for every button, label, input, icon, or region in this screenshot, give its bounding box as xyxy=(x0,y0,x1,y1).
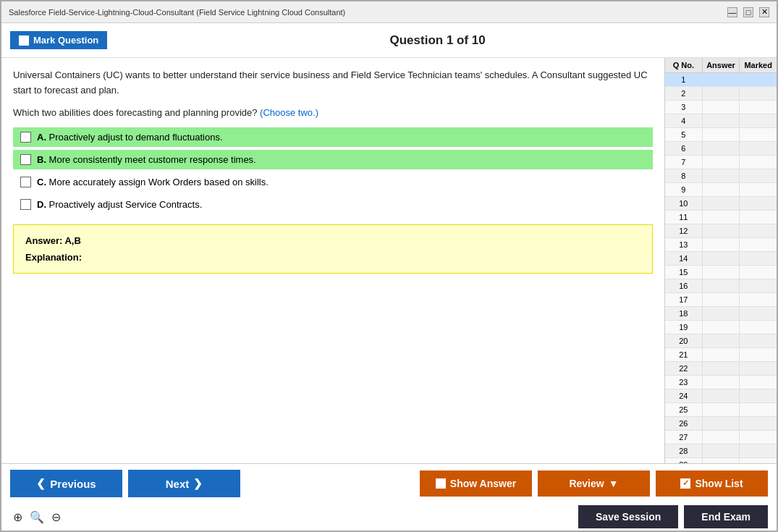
sidebar-cell-answer xyxy=(703,156,740,169)
mark-question-button[interactable]: Mark Question xyxy=(10,31,107,49)
sidebar-row[interactable]: 4 xyxy=(665,114,777,128)
sidebar-row[interactable]: 23 xyxy=(665,376,777,389)
question-title: Question 1 of 10 xyxy=(107,33,768,48)
show-answer-checkbox-icon xyxy=(436,478,446,489)
sidebar-row[interactable]: 12 xyxy=(665,224,777,238)
explanation-label: Explanation: xyxy=(25,252,640,263)
sidebar-cell-answer xyxy=(703,279,740,292)
sidebar-row[interactable]: 5 xyxy=(665,128,777,142)
sidebar-row[interactable]: 1 xyxy=(665,73,777,87)
sidebar: Q No. Answer Marked 1 2 3 4 5 6 7 8 xyxy=(664,58,777,463)
review-button[interactable]: Review ▼ xyxy=(538,470,650,497)
sidebar-cell-num: 26 xyxy=(665,417,703,430)
sidebar-cell-num: 7 xyxy=(665,156,703,169)
sidebar-cell-marked xyxy=(740,279,777,292)
sidebar-cell-marked xyxy=(740,307,777,320)
sidebar-header: Q No. Answer Marked xyxy=(665,58,777,73)
sidebar-cell-num: 2 xyxy=(665,87,703,100)
option-b-checkbox[interactable] xyxy=(20,154,31,165)
sidebar-cell-num: 9 xyxy=(665,183,703,196)
sidebar-cell-answer xyxy=(703,183,740,196)
zoom-normal-button[interactable]: 🔍 xyxy=(27,509,47,525)
question-text-paragraph2: Which two abilities does forecasting and… xyxy=(13,106,653,121)
option-a-checkbox[interactable] xyxy=(20,132,31,143)
sidebar-cell-marked xyxy=(740,376,777,389)
sidebar-cell-marked xyxy=(740,362,777,375)
sidebar-cell-num: 12 xyxy=(665,224,703,237)
option-c-checkbox[interactable] xyxy=(20,177,31,187)
zoom-out-button[interactable]: ⊖ xyxy=(48,509,64,525)
sidebar-cell-answer xyxy=(703,197,740,210)
minimize-button[interactable]: — xyxy=(727,7,737,17)
sidebar-row[interactable]: 21 xyxy=(665,348,777,362)
sidebar-row[interactable]: 28 xyxy=(665,444,777,458)
sidebar-row[interactable]: 13 xyxy=(665,238,777,252)
close-button[interactable]: ✕ xyxy=(759,7,769,17)
sidebar-row[interactable]: 15 xyxy=(665,266,777,279)
sidebar-cell-answer xyxy=(703,334,740,347)
option-b[interactable]: B. More consistently meet customer respo… xyxy=(13,150,653,169)
sidebar-cell-answer xyxy=(703,266,740,279)
sidebar-cell-marked xyxy=(740,444,777,457)
sidebar-row[interactable]: 25 xyxy=(665,403,777,417)
option-a[interactable]: A. Proactively adjust to demand fluctuat… xyxy=(13,127,653,147)
sidebar-cell-answer xyxy=(703,87,740,100)
option-d-checkbox[interactable] xyxy=(20,199,31,210)
question-panel: Universal Containers (UC) wants to bette… xyxy=(1,58,664,463)
sidebar-row[interactable]: 26 xyxy=(665,417,777,431)
question-text2: Which two abilities does forecasting and… xyxy=(13,107,257,118)
sidebar-row[interactable]: 20 xyxy=(665,334,777,348)
end-exam-button[interactable]: End Exam xyxy=(684,505,768,528)
sidebar-cell-marked xyxy=(740,266,777,279)
sidebar-cell-num: 8 xyxy=(665,169,703,182)
chevron-left-icon xyxy=(36,477,46,490)
choose-text: (Choose two.) xyxy=(260,107,318,118)
sidebar-row[interactable]: 17 xyxy=(665,293,777,307)
previous-button[interactable]: Previous xyxy=(10,470,122,497)
sidebar-row[interactable]: 22 xyxy=(665,362,777,376)
sidebar-cell-answer xyxy=(703,307,740,320)
sidebar-cell-answer xyxy=(703,293,740,306)
sidebar-row[interactable]: 3 xyxy=(665,101,777,114)
show-list-button[interactable]: Show List xyxy=(656,470,768,497)
sidebar-row[interactable]: 24 xyxy=(665,389,777,403)
sidebar-row[interactable]: 18 xyxy=(665,307,777,321)
sidebar-row[interactable]: 9 xyxy=(665,183,777,197)
option-d-text: D. Proactively adjust Service Contracts. xyxy=(37,199,202,210)
zoom-in-button[interactable]: ⊕ xyxy=(10,509,25,525)
sidebar-cell-answer xyxy=(703,444,740,457)
next-button[interactable]: Next xyxy=(128,470,240,497)
option-b-text: B. More consistently meet customer respo… xyxy=(37,154,256,165)
sidebar-cell-answer xyxy=(703,321,740,334)
sidebar-cell-marked xyxy=(740,156,777,169)
sidebar-cell-num: 14 xyxy=(665,252,703,265)
maximize-button[interactable]: □ xyxy=(743,7,753,17)
sidebar-cell-num: 16 xyxy=(665,279,703,292)
sidebar-row[interactable]: 8 xyxy=(665,169,777,183)
option-c[interactable]: C. More accurately assign Work Orders ba… xyxy=(13,172,653,192)
sidebar-cell-marked xyxy=(740,334,777,347)
sidebar-row[interactable]: 11 xyxy=(665,211,777,224)
sidebar-cell-num: 3 xyxy=(665,101,703,114)
sidebar-row[interactable]: 6 xyxy=(665,142,777,156)
sidebar-row[interactable]: 7 xyxy=(665,156,777,169)
sidebar-row[interactable]: 14 xyxy=(665,252,777,266)
save-session-button[interactable]: Save Session xyxy=(578,505,678,528)
sidebar-cell-answer xyxy=(703,114,740,127)
sidebar-row[interactable]: 16 xyxy=(665,279,777,293)
sidebar-row[interactable]: 2 xyxy=(665,87,777,101)
sidebar-cell-marked xyxy=(740,458,777,463)
show-answer-label: Show Answer xyxy=(450,478,516,489)
sidebar-cell-answer xyxy=(703,211,740,224)
sidebar-cell-num: 21 xyxy=(665,348,703,361)
show-answer-button[interactable]: Show Answer xyxy=(420,470,532,497)
sidebar-row[interactable]: 19 xyxy=(665,321,777,334)
sidebar-row[interactable]: 27 xyxy=(665,431,777,444)
option-d[interactable]: D. Proactively adjust Service Contracts. xyxy=(13,195,653,214)
sidebar-row[interactable]: 10 xyxy=(665,197,777,211)
title-bar-text: Salesforce Field-Service-Lightning-Cloud… xyxy=(9,8,345,17)
sidebar-cell-answer xyxy=(703,128,740,141)
session-end-buttons: Save Session End Exam xyxy=(578,505,768,528)
sidebar-row[interactable]: 29 xyxy=(665,458,777,463)
sidebar-cell-num: 15 xyxy=(665,266,703,279)
